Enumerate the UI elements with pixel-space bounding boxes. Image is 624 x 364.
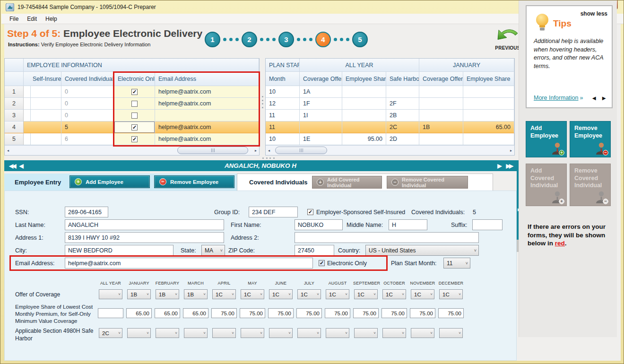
cell-coverage-offer[interactable] [419, 110, 463, 121]
offer-of-coverage-november-select[interactable]: 1C˅ [411, 289, 434, 299]
safe-harbor-august-select[interactable]: ˅ [326, 328, 349, 338]
employee-share-november-field[interactable]: 75.00 [410, 308, 435, 318]
cell-safe-harbor[interactable]: 2F [386, 98, 419, 110]
remove-employee-button[interactable]: − Remove Employee [154, 175, 234, 188]
cell-email-address[interactable]: helpme@aatrix.com [155, 133, 259, 145]
safe-harbor-june-select[interactable]: ˅ [269, 328, 293, 338]
scroll-right-arrow-icon[interactable]: ▸ [510, 148, 512, 153]
ssn-field[interactable]: 269-06-4165 [65, 207, 108, 217]
employee-row-1[interactable]: 10✓helpme@aatrix.com [5, 86, 259, 98]
offer-of-coverage-january-select[interactable]: 1B˅ [127, 289, 151, 299]
safe-harbor-november-select[interactable]: ˅ [411, 328, 434, 338]
step-circle-1[interactable]: 1 [205, 32, 220, 47]
scroll-left-arrow-icon[interactable]: ◂ [268, 148, 270, 153]
step-circle-2[interactable]: 2 [242, 32, 257, 47]
menu-help[interactable]: Help [41, 15, 61, 23]
cell-self-insured[interactable] [29, 121, 61, 133]
address1-field[interactable]: 8139 I HWY 10 #92 [65, 232, 224, 243]
menu-edit[interactable]: Edit [23, 15, 41, 23]
offer-of-coverage-september-select[interactable]: 1C˅ [354, 289, 378, 299]
offer-of-coverage-may-select[interactable]: 1C˅ [241, 289, 264, 299]
cell-employee-share[interactable] [342, 98, 386, 110]
employee-share-january-field[interactable]: 65.00 [126, 308, 152, 318]
cell-electronic-only[interactable]: ✓ [114, 133, 155, 145]
middle-name-field[interactable]: H [389, 219, 427, 230]
next-record-button[interactable]: ▶ [497, 163, 502, 169]
show-less-toggle[interactable]: show less [581, 10, 607, 17]
cell-electronic-only[interactable] [114, 98, 155, 110]
offer-of-coverage-august-select[interactable]: 1C˅ [326, 289, 349, 299]
right-grid-hscrollbar[interactable]: ◂▸ [266, 145, 514, 155]
add-covered-individual-button[interactable]: Add Covered Individual+ [526, 164, 567, 206]
cell-coverage-offer[interactable] [300, 121, 342, 133]
employee-row-2[interactable]: 20helpme@aatrix.com [5, 98, 259, 110]
cell-coverage-offer[interactable] [419, 133, 463, 145]
cell-electronic-only[interactable]: ✓ [114, 86, 155, 98]
cell-covered-individuals[interactable]: 5 [61, 121, 114, 133]
safe-harbor-october-select[interactable]: ˅ [382, 328, 406, 338]
cell-email-address[interactable]: helpme@aatrix.com [155, 86, 259, 98]
employee-share-december-field[interactable]: 75.00 [438, 308, 464, 318]
cell-safe-harbor[interactable] [386, 86, 419, 98]
tips-previous-arrow[interactable]: ◄ [591, 95, 597, 102]
safe-harbor-july-select[interactable]: ˅ [297, 328, 321, 338]
grid-splitter-grip[interactable] [261, 96, 264, 108]
tab-employee-entry[interactable]: Employee Entry + Add Employee − Remove E… [4, 173, 237, 191]
employee-row-3[interactable]: 30 [5, 110, 259, 121]
remove-employee-button[interactable]: Remove Employee− [570, 121, 611, 157]
offer-of-coverage-all-year-select[interactable]: ˅ [99, 289, 122, 299]
self-insured-checkbox[interactable]: ✓ [307, 209, 313, 215]
tab-covered-individuals[interactable]: Covered Individuals + Add Covered Indivi… [237, 173, 493, 191]
aca-row-3[interactable]: 111I2B [266, 110, 514, 121]
add-employee-button[interactable]: + Add Employee [69, 175, 150, 188]
plan-start-month-select[interactable]: 11 ˅ [443, 258, 470, 269]
first-record-button[interactable]: ◀◀ [9, 163, 15, 169]
cell-employee-share[interactable] [463, 133, 514, 145]
cell-electronic-only[interactable] [114, 110, 155, 121]
employee-share-all-year-field[interactable] [98, 308, 123, 318]
email-field[interactable]: helpme@aatrix.com [65, 258, 313, 269]
cell-safe-harbor[interactable]: 2C [386, 121, 419, 133]
cell-email-address[interactable] [155, 110, 259, 121]
cell-employee-share[interactable] [463, 110, 514, 121]
add-employee-button[interactable]: Add Employee+ [526, 121, 567, 157]
aca-row-2[interactable]: 121F2F [266, 98, 514, 110]
cell-coverage-offer[interactable] [419, 98, 463, 110]
employee-share-february-field[interactable]: 65.00 [155, 308, 180, 318]
offer-of-coverage-june-select[interactable]: 1C˅ [269, 289, 293, 299]
safe-harbor-december-select[interactable]: ˅ [439, 328, 463, 338]
cell-coverage-offer[interactable]: 1B [419, 121, 463, 133]
first-name-field[interactable]: NOBUKO [295, 219, 343, 230]
cell-month[interactable]: 10 [266, 86, 300, 98]
more-information-link[interactable]: More Information» [534, 95, 583, 101]
last-name-field[interactable]: ANGALICH [65, 219, 224, 230]
add-covered-individual-button[interactable]: + Add Covered Individual [312, 176, 382, 189]
step-circle-3[interactable]: 3 [278, 32, 294, 47]
offer-of-coverage-february-select[interactable]: 1B˅ [156, 289, 179, 299]
address2-field[interactable] [295, 232, 479, 243]
group-id-field[interactable]: 234 DEF [249, 207, 298, 217]
electronic-only-checkbox[interactable]: ✓ [319, 260, 325, 266]
cell-coverage-offer[interactable]: 1F [300, 98, 342, 110]
aca-row-4[interactable]: 112C1B65.00 [266, 121, 514, 133]
cell-employee-share[interactable] [342, 121, 386, 133]
cell-employee-share[interactable] [342, 86, 386, 98]
cell-self-insured[interactable] [29, 86, 61, 98]
employee-share-july-field[interactable]: 75.00 [296, 308, 322, 318]
cell-month[interactable]: 11 [266, 121, 300, 133]
tips-next-arrow[interactable]: ► [601, 95, 607, 102]
previous-button[interactable]: PREVIOUS [495, 26, 520, 51]
employee-share-june-field[interactable]: 75.00 [268, 308, 294, 318]
employee-share-october-field[interactable]: 75.00 [381, 308, 407, 318]
safe-harbor-april-select[interactable]: ˅ [212, 328, 236, 338]
cell-employee-share[interactable] [342, 110, 386, 121]
offer-of-coverage-october-select[interactable]: 1C˅ [382, 289, 406, 299]
safe-harbor-may-select[interactable]: ˅ [241, 328, 264, 338]
employee-share-august-field[interactable]: 75.00 [325, 308, 350, 318]
cell-covered-individuals[interactable]: 6 [61, 133, 114, 145]
cell-employee-share[interactable] [463, 86, 514, 98]
cell-email-address[interactable]: helpme@aatrix.com [155, 121, 259, 133]
cell-electronic-only[interactable]: ✓ [114, 121, 155, 133]
cell-self-insured[interactable] [29, 110, 61, 121]
suffix-field[interactable] [472, 219, 503, 230]
